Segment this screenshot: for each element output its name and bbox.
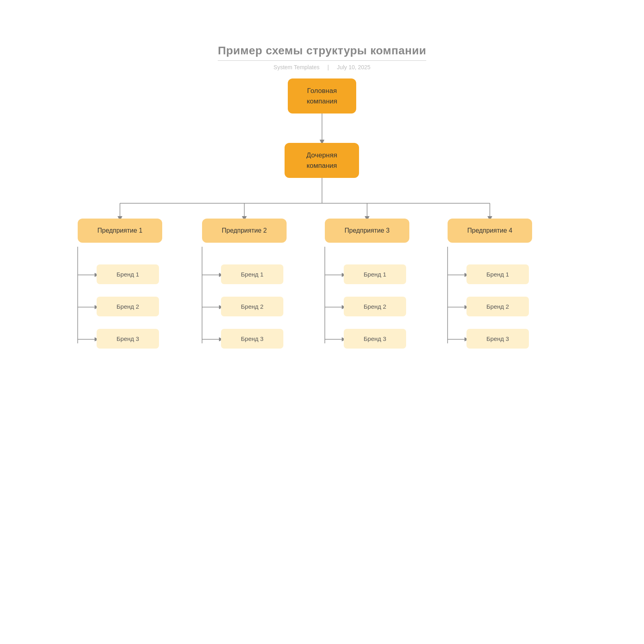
brand-e3-3: Бренд 3 (344, 329, 406, 349)
enterprise-node-1: Предприятие 1 (78, 219, 162, 243)
brand-e1-1: Бренд 1 (97, 264, 159, 284)
brand-e4-2: Бренд 2 (466, 297, 529, 316)
subsidiary-node: Дочерняякомпания (285, 143, 359, 178)
brand-e3-1: Бренд 1 (344, 264, 406, 284)
enterprise-node-2: Предприятие 2 (202, 219, 287, 243)
brand-e2-3: Бренд 3 (221, 329, 283, 349)
page-title: Пример схемы структуры компании (218, 44, 426, 61)
enterprise-node-4: Предприятие 4 (448, 219, 532, 243)
page-header: Пример схемы структуры компании System T… (218, 44, 426, 70)
separator: | (328, 64, 329, 70)
date-label: July 10, 2025 (337, 64, 370, 70)
enterprise-node-3: Предприятие 3 (325, 219, 409, 243)
connectors-svg (60, 74, 584, 437)
root-node: Головная компания (288, 78, 356, 114)
brand-e1-2: Бренд 2 (97, 297, 159, 316)
brand-e2-2: Бренд 2 (221, 297, 283, 316)
diagram-canvas: Головная компания Дочерняякомпания Предп… (60, 74, 584, 437)
source-label: System Templates (274, 64, 320, 70)
brand-e1-3: Бренд 3 (97, 329, 159, 349)
brand-e4-1: Бренд 1 (466, 264, 529, 284)
brand-e3-2: Бренд 2 (344, 297, 406, 316)
subtitle: System Templates | July 10, 2025 (218, 64, 426, 70)
brand-e2-1: Бренд 1 (221, 264, 283, 284)
brand-e4-3: Бренд 3 (466, 329, 529, 349)
diagram-wrapper: Головная компания Дочерняякомпания Предп… (60, 74, 584, 437)
